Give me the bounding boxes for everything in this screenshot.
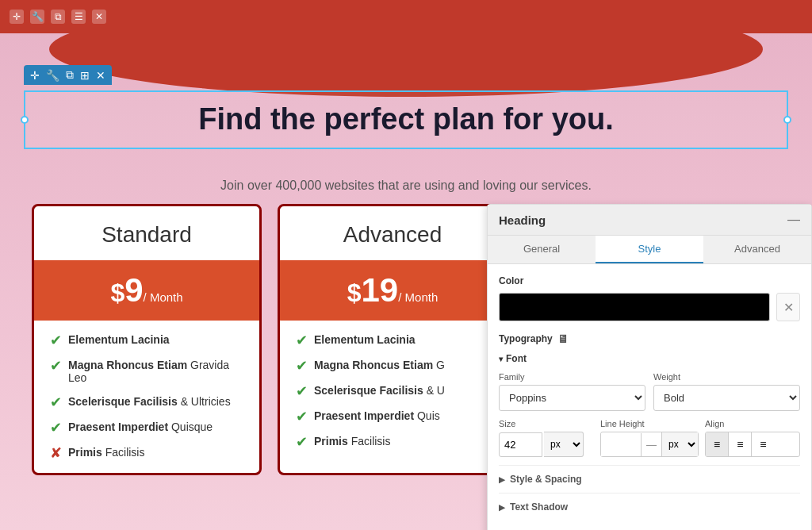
check-icon: ✔ bbox=[296, 384, 308, 398]
close-element-icon[interactable]: ✕ bbox=[96, 69, 105, 82]
size-line-align-row: Size px em rem Line Height bbox=[499, 419, 800, 457]
align-right-btn[interactable]: ≡ bbox=[752, 432, 774, 456]
line-height-group: Line Height — px em bbox=[600, 419, 699, 457]
card-features-advanced: ✔ Elementum Lacinia ✔ Magna Rhoncus Etia… bbox=[280, 321, 505, 462]
family-label: Family bbox=[499, 372, 645, 382]
typography-header: Typography 🖥 bbox=[499, 332, 800, 345]
price-symbol: $ bbox=[110, 278, 124, 307]
card-title-advanced: Advanced bbox=[280, 206, 505, 260]
move-icon[interactable]: ✛ bbox=[30, 69, 40, 82]
layout-btn[interactable]: ☰ bbox=[71, 10, 86, 24]
chevron-down-icon: ▾ bbox=[499, 355, 503, 363]
side-panel: Heading — General Style Advanced Color ✕… bbox=[487, 204, 812, 530]
card-price-advanced: $19/ Month bbox=[280, 260, 505, 321]
card-title-standard: Standard bbox=[34, 206, 259, 260]
resize-handle-left[interactable] bbox=[21, 116, 29, 124]
check-icon: ✔ bbox=[50, 395, 62, 409]
clear-color-btn[interactable]: ✕ bbox=[776, 293, 800, 321]
size-label: Size bbox=[499, 419, 594, 428]
tab-advanced[interactable]: Advanced bbox=[703, 236, 811, 263]
family-group: Family Poppins Arial Roboto bbox=[499, 372, 645, 411]
feature-item: ✔ Primis Facilisis bbox=[296, 435, 489, 449]
pricing-card-advanced: Advanced $19/ Month ✔ Elementum Lacinia … bbox=[278, 204, 508, 475]
check-icon: ✔ bbox=[50, 359, 62, 373]
line-height-label: Line Height bbox=[600, 419, 699, 428]
typography-label: Typography bbox=[499, 333, 553, 344]
line-height-control: — px em bbox=[600, 432, 699, 457]
text-shadow-label: Text Shadow bbox=[510, 501, 568, 513]
check-icon: ✔ bbox=[296, 435, 308, 449]
text-shadow-section[interactable]: ▶ Text Shadow bbox=[499, 493, 800, 520]
panel-body: Color ✕ Typography 🖥 ▾ Font Family bbox=[488, 264, 811, 530]
feature-item: ✔ Elementum Lacinia bbox=[50, 333, 243, 348]
feature-item: ✔ Magna Rhoncus Etiam G bbox=[296, 359, 489, 373]
feature-item: ✔ Praesent Imperdiet Quis bbox=[296, 409, 489, 424]
chevron-right-icon: ▶ bbox=[499, 503, 505, 512]
pricing-section: Standard $9/ Month ✔ Elementum Lacinia ✔… bbox=[32, 204, 508, 475]
tab-style[interactable]: Style bbox=[596, 236, 703, 263]
grid-icon[interactable]: ⊞ bbox=[80, 69, 90, 82]
feature-item: ✔ Scelerisque Facilisis & Ultricies bbox=[50, 395, 243, 409]
browser-chrome: ✛ 🔧 ⧉ ☰ ✕ bbox=[0, 0, 812, 33]
page-title: Find the perfect plan for you. bbox=[41, 102, 771, 138]
check-icon: ✔ bbox=[50, 333, 62, 348]
panel-title: Heading bbox=[499, 213, 546, 227]
color-row: ✕ bbox=[499, 293, 800, 321]
font-family-weight-row: Family Poppins Arial Roboto Weight Bold … bbox=[499, 372, 800, 411]
align-buttons: ≡ ≡ ≡ bbox=[705, 432, 800, 457]
cross-icon: ✘ bbox=[50, 446, 62, 460]
check-icon: ✔ bbox=[296, 359, 308, 373]
check-icon: ✔ bbox=[296, 333, 308, 348]
pricing-card-standard: Standard $9/ Month ✔ Elementum Lacinia ✔… bbox=[32, 204, 262, 475]
price-amount-adv: 19 bbox=[362, 271, 399, 309]
align-center-btn[interactable]: ≡ bbox=[729, 432, 752, 456]
size-unit-select[interactable]: px em rem bbox=[544, 432, 584, 457]
card-features-standard: ✔ Elementum Lacinia ✔ Magna Rhoncus Etia… bbox=[34, 321, 259, 473]
check-icon: ✔ bbox=[50, 421, 62, 435]
check-icon: ✔ bbox=[296, 409, 308, 424]
minimize-icon[interactable]: — bbox=[787, 213, 800, 227]
duplicate-icon[interactable]: ⧉ bbox=[66, 68, 74, 82]
style-spacing-label: Style & Spacing bbox=[510, 474, 582, 485]
copy-btn[interactable]: ⧉ bbox=[51, 10, 65, 24]
edit-icon[interactable]: 🔧 bbox=[46, 69, 59, 82]
resize-handle-right[interactable] bbox=[783, 116, 791, 124]
move-tool-btn[interactable]: ✛ bbox=[10, 10, 24, 24]
font-weight-select[interactable]: Bold Normal Light bbox=[653, 385, 800, 411]
align-left-btn[interactable]: ≡ bbox=[706, 432, 729, 456]
line-height-input[interactable] bbox=[601, 433, 641, 456]
color-label: Color bbox=[499, 275, 800, 286]
tab-general[interactable]: General bbox=[488, 236, 596, 263]
font-section-label[interactable]: ▾ Font bbox=[499, 353, 800, 364]
panel-header: Heading — bbox=[488, 205, 811, 236]
wrench-btn[interactable]: 🔧 bbox=[30, 10, 44, 24]
arch-decoration bbox=[0, 33, 812, 97]
size-input[interactable] bbox=[499, 432, 542, 457]
close-chrome-btn[interactable]: ✕ bbox=[92, 10, 106, 24]
feature-item: ✔ Magna Rhoncus Etiam Gravida Leo bbox=[50, 359, 243, 384]
feature-item: ✔ Praesent Imperdiet Quisque bbox=[50, 421, 243, 435]
align-label: Align bbox=[705, 419, 800, 428]
size-group: Size px em rem bbox=[499, 419, 594, 457]
feature-item: ✔ Elementum Lacinia bbox=[296, 333, 489, 348]
chevron-right-icon: ▶ bbox=[499, 475, 505, 484]
price-symbol-adv: $ bbox=[347, 278, 362, 307]
font-family-select[interactable]: Poppins Arial Roboto bbox=[499, 385, 645, 411]
monitor-icon: 🖥 bbox=[557, 332, 569, 345]
page-subheading: Join over 400,000 websites that are usin… bbox=[0, 179, 812, 193]
price-amount: 9 bbox=[124, 271, 143, 309]
style-spacing-section[interactable]: ▶ Style & Spacing bbox=[499, 465, 800, 493]
color-swatch[interactable] bbox=[499, 293, 770, 321]
feature-item: ✔ Scelerisque Facilisis & U bbox=[296, 384, 489, 398]
heading-element[interactable]: ✛ 🔧 ⧉ ⊞ ✕ Find the perfect plan for you. bbox=[24, 90, 788, 149]
weight-group: Weight Bold Normal Light bbox=[653, 372, 800, 411]
feature-item: ✘ Primis Facilisis bbox=[50, 446, 243, 460]
line-height-unit-select[interactable]: px em bbox=[661, 432, 698, 456]
dash-icon: — bbox=[641, 433, 661, 456]
weight-label: Weight bbox=[653, 372, 800, 382]
canvas-area: ✛ 🔧 ⧉ ⊞ ✕ Find the perfect plan for you.… bbox=[0, 33, 812, 530]
font-section: ▾ Font Family Poppins Arial Roboto We bbox=[499, 353, 800, 457]
align-group: Align ≡ ≡ ≡ bbox=[705, 419, 800, 457]
card-price-standard: $9/ Month bbox=[34, 260, 259, 321]
element-toolbar: ✛ 🔧 ⧉ ⊞ ✕ bbox=[24, 65, 112, 85]
